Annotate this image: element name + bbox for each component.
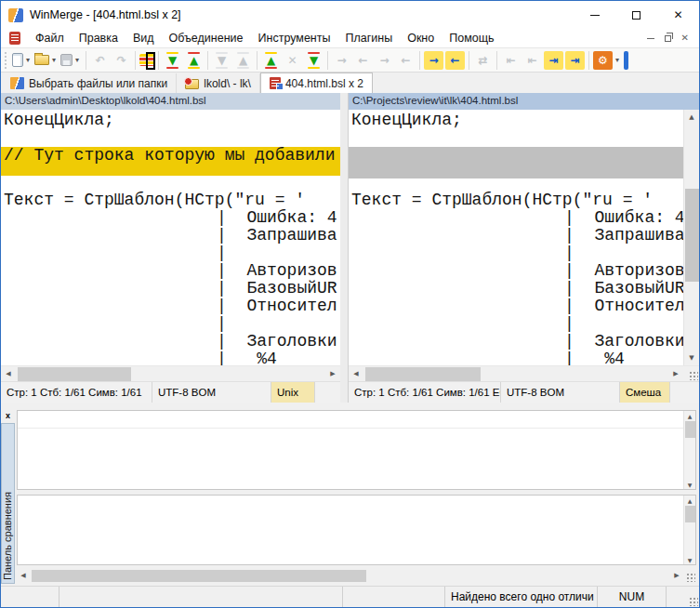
diff-to-left-button[interactable]: ← <box>352 49 374 72</box>
no-difference-button[interactable]: ✕ <box>282 49 303 72</box>
menu-item-6[interactable]: Плагины <box>337 30 400 46</box>
plugins-button[interactable]: ⚙▾ <box>592 49 623 72</box>
diff-to-left-next-button[interactable]: ← <box>395 49 416 72</box>
scroll-down-icon[interactable]: ▼ <box>684 350 699 365</box>
close-button[interactable]: ✕ <box>657 1 699 29</box>
scroll-left-icon[interactable]: ◀ <box>349 366 363 381</box>
mdi-minimize-button[interactable] <box>647 38 654 39</box>
right-encoding[interactable]: UTF-8 BOM <box>501 382 620 403</box>
plugins-dropdown-arrow-icon[interactable]: ▾ <box>613 56 622 64</box>
glyph: ▼ <box>218 55 226 66</box>
swap-panes-button[interactable]: ⇄ <box>472 49 494 72</box>
editor-right[interactable]: КонецЦикла;Текст = СтрШаблон(НСтр("ru = … <box>349 110 683 365</box>
diff-pane-horizontal-scrollbar[interactable]: ◀ ▶ <box>17 569 696 583</box>
right-vertical-scrollbar[interactable]: ▲ ▼ <box>683 110 699 365</box>
left-encoding[interactable]: UTF-8 BOM <box>152 382 271 403</box>
scroll-up-icon[interactable]: ▲ <box>684 411 695 420</box>
diff-pane-top-scrollbar[interactable]: ▲ ▼ <box>683 411 695 489</box>
new-button[interactable]: ▾ <box>11 49 33 72</box>
left-horizontal-scrollbar[interactable]: ◀ ▶ <box>1 365 340 381</box>
previous-difference-button[interactable]: ▲ <box>183 49 205 72</box>
open-dropdown-arrow-icon[interactable]: ▾ <box>49 56 59 64</box>
scroll-left-icon[interactable]: ◀ <box>1 366 16 381</box>
right-eol-style[interactable]: Смеша <box>620 382 670 403</box>
diff-top-scroll-thumb[interactable] <box>685 421 695 438</box>
menu-item-4[interactable]: Объединение <box>162 30 251 46</box>
diff-pane-bottom-text[interactable] <box>18 496 683 564</box>
mdi-restore-button[interactable] <box>665 35 671 42</box>
right-hscroll-thumb[interactable] <box>365 367 481 381</box>
undo-button[interactable]: ↶ <box>89 49 111 72</box>
maximize-button[interactable] <box>615 1 657 29</box>
copy-right-and-advance-alt-button[interactable]: ⇥ <box>564 49 586 72</box>
glyph: ↶ <box>95 55 104 66</box>
open-button[interactable]: ▾ <box>33 49 59 72</box>
left-eol-style[interactable]: Unix <box>271 382 315 403</box>
copy-to-right-button[interactable]: → <box>423 49 444 72</box>
next-conflict-button[interactable]: ▼ <box>211 49 232 72</box>
diff-pane-close-button[interactable]: x <box>1 410 15 423</box>
left-hscroll-thumb[interactable] <box>18 367 131 381</box>
scroll-up-icon[interactable]: ▲ <box>684 110 699 125</box>
glyph: ← <box>358 55 367 66</box>
diff-to-right-next-button[interactable]: → <box>374 49 395 72</box>
menu-item-3[interactable]: Вид <box>125 30 162 46</box>
scroll-right-icon[interactable]: ▶ <box>325 366 340 381</box>
menu-item-1[interactable]: Файл <box>28 30 72 46</box>
current-difference-button[interactable] <box>139 49 155 72</box>
copy-right-and-advance-button[interactable]: ⇥ <box>543 49 564 72</box>
menu-item-7[interactable]: Окно <box>400 30 442 46</box>
tab-2[interactable]: lkold\ - lk\ <box>177 73 260 93</box>
diff-to-right-next-icon: → <box>375 51 394 70</box>
help-button[interactable] <box>623 49 629 72</box>
copy-to-left-button[interactable]: ← <box>444 49 466 72</box>
first-difference-button[interactable]: ▲ <box>260 49 282 72</box>
tab-doc-icon <box>270 77 281 89</box>
diff-pane-top-text[interactable] <box>18 411 683 489</box>
next-difference-button[interactable]: ▼ <box>162 49 183 72</box>
tab-3[interactable]: 404.html.bsl x 2 <box>260 73 373 93</box>
scroll-right-icon[interactable]: ▶ <box>670 569 683 582</box>
new-dropdown-arrow-icon[interactable]: ▾ <box>23 56 33 64</box>
copy-left-and-advance-button[interactable]: ⇤ <box>500 49 522 72</box>
editor-left[interactable]: КонецЦикла;// Тут строка которую мы доба… <box>1 110 340 365</box>
menu-item-2[interactable]: Правка <box>72 30 125 46</box>
scroll-down-icon[interactable]: ▼ <box>684 555 695 564</box>
pane-splitter[interactable] <box>340 93 349 403</box>
undo-icon: ↶ <box>90 51 110 70</box>
minimize-button[interactable] <box>574 1 615 29</box>
tab-1[interactable]: Выбрать файлы или папки <box>2 73 177 93</box>
redo-button[interactable]: ↷ <box>111 49 132 72</box>
glyph: ⇥ <box>548 55 558 66</box>
right-horizontal-scrollbar[interactable]: ◀ ▶ <box>349 365 683 381</box>
diff-pane-top-view[interactable]: ▲ ▼ <box>17 410 696 490</box>
scroll-right-icon[interactable]: ▶ <box>668 366 683 381</box>
status-cell-empty <box>342 587 444 607</box>
scroll-down-icon[interactable]: ▼ <box>684 480 695 489</box>
previous-conflict-button[interactable]: ▲ <box>232 49 254 72</box>
diff-bottom-scroll-thumb[interactable] <box>685 506 695 522</box>
diff-pane-bottom-scrollbar[interactable]: ▲ ▼ <box>683 496 695 564</box>
diff-to-right-button[interactable]: → <box>331 49 352 72</box>
next-conflict-icon: ▼ <box>212 51 231 70</box>
right-pane-resize-corner[interactable] <box>683 365 699 381</box>
scroll-up-icon[interactable]: ▲ <box>684 496 695 505</box>
diff-hscroll-thumb[interactable] <box>32 570 366 582</box>
right-vscroll-thumb[interactable] <box>685 189 699 282</box>
menu-item-8[interactable]: Помощь <box>442 30 501 46</box>
menu-items: ФайлПравкаВидОбъединениеИнструментыПлаги… <box>28 30 501 46</box>
menu-item-5[interactable]: Инструменты <box>251 30 338 46</box>
toolbar-grip[interactable] <box>5 52 7 69</box>
save-dropdown-arrow-icon[interactable]: ▾ <box>73 56 82 64</box>
scroll-left-icon[interactable]: ◀ <box>17 569 30 582</box>
mdi-close-button[interactable]: ✕ <box>681 33 689 43</box>
window-resize-grip[interactable] <box>689 597 698 606</box>
document-icon[interactable] <box>9 32 20 45</box>
code-line <box>349 178 683 192</box>
copy-left-and-advance-alt-button[interactable]: ⇤ <box>522 49 543 72</box>
status-cell-empty <box>59 587 342 607</box>
no-difference-icon: ✕ <box>283 51 302 70</box>
save-button[interactable]: ▾ <box>59 49 83 72</box>
last-difference-button[interactable]: ▼ <box>303 49 324 72</box>
diff-pane-bottom-view[interactable]: ▲ ▼ <box>17 495 696 565</box>
